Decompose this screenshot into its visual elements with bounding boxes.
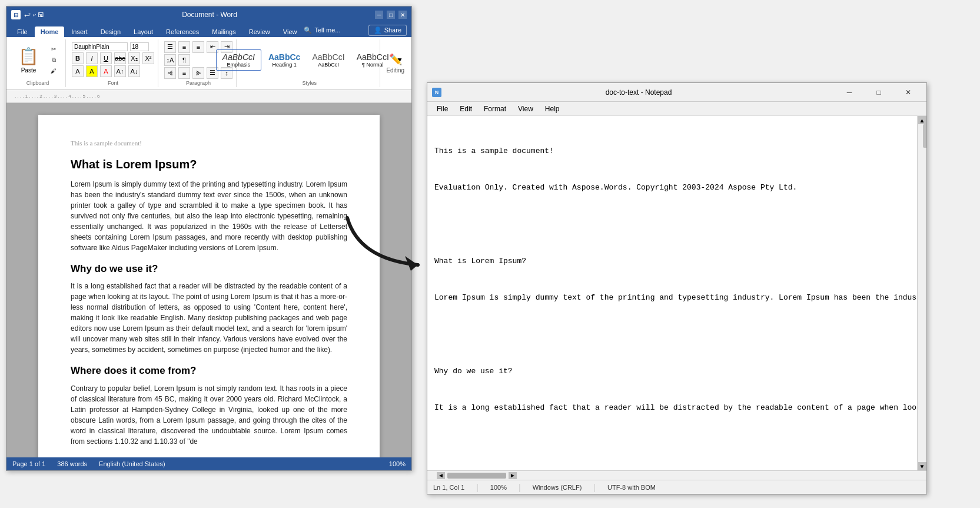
align-center-button[interactable]: ≡ — [178, 67, 190, 79]
word-statusbar: Page 1 of 1 386 words English (United St… — [6, 457, 411, 470]
doc-h1-lorem: What is Lorem Ipsum? — [71, 155, 347, 173]
italic-button[interactable]: I — [86, 52, 98, 64]
superscript-button[interactable]: X² — [142, 52, 154, 64]
sort-button[interactable]: ↕A — [164, 54, 176, 66]
word-quick-access: ⮐ ↩ 🖫 — [24, 11, 44, 18]
notepad-scrollbar-horizontal[interactable]: ◄ ► — [427, 470, 926, 480]
notepad-title: doc-to-text - Notepad — [446, 88, 831, 97]
notepad-menu-format[interactable]: Format — [479, 104, 511, 114]
increase-size-button[interactable]: A↑ — [114, 65, 126, 77]
tab-references[interactable]: References — [160, 26, 205, 37]
notepad-menubar: File Edit Format View Help — [427, 102, 926, 116]
style-emphasis[interactable]: AaBbCcI Emphasis — [216, 49, 261, 71]
decrease-size-button[interactable]: A↓ — [128, 65, 140, 77]
cut-icon: ✂ — [51, 46, 56, 52]
word-window: ⊟ ⮐ ↩ 🖫 Document - Word ─ □ ✕ File Home … — [6, 6, 412, 471]
aabbcc-preview: AaBbCcI — [312, 52, 344, 62]
doc-sample-text: This is a sample document! — [71, 138, 347, 148]
notepad-menu-view[interactable]: View — [513, 104, 538, 114]
notepad-line-6 — [434, 329, 910, 341]
scroll-down-button[interactable]: ▼ — [918, 462, 926, 470]
word-icon: ⊟ — [11, 10, 21, 19]
style-aabbcc[interactable]: AaBbCcI AaBbCcI — [307, 50, 349, 70]
scroll-thumb-h[interactable] — [447, 473, 506, 479]
notepad-zoom: 100% — [490, 484, 507, 491]
align-right-button[interactable]: ⫸ — [192, 67, 204, 79]
font-row2: B I U abc X₂ X² — [72, 52, 154, 64]
notepad-minimize-button[interactable]: ─ — [836, 84, 863, 101]
strikethrough-button[interactable]: abc — [114, 52, 126, 64]
highlight-button[interactable]: A — [86, 65, 98, 77]
notepad-line-2: Evaluation Only. Created with Aspose.Wor… — [434, 182, 910, 194]
search-icon: 🔍 — [304, 26, 312, 34]
editing-section: ✏️ Editing — [386, 53, 404, 74]
subscript-button[interactable]: X₂ — [128, 52, 140, 64]
doc-p3: Contrary to popular belief, Lorem Ipsum … — [71, 383, 347, 447]
bold-button[interactable]: B — [72, 52, 84, 64]
scroll-left-button[interactable]: ◄ — [437, 472, 445, 479]
copy-button[interactable]: ⧉ — [45, 55, 62, 65]
numbering-button[interactable]: ≡ — [178, 41, 190, 53]
notepad-scrollbar-vertical[interactable]: ▲ ▼ — [917, 116, 926, 470]
multilevel-button[interactable]: ≡ — [192, 41, 204, 53]
clipboard-label: Clipboard — [26, 79, 49, 86]
notepad-menu-file[interactable]: File — [432, 104, 453, 114]
paste-button[interactable]: 📋 Paste — [14, 44, 44, 76]
statusbar-sep1: | — [476, 483, 479, 492]
font-size-input[interactable] — [130, 42, 149, 51]
paragraph-label: Paragraph — [186, 79, 211, 86]
notepad-text-area[interactable]: This is a sample document! Evaluation On… — [427, 116, 917, 470]
text-effect-button[interactable]: A — [72, 65, 84, 77]
notepad-menu-help[interactable]: Help — [540, 104, 564, 114]
word-title: Document - Word — [44, 11, 375, 19]
notepad-close-button[interactable]: ✕ — [895, 84, 922, 101]
ribbon-group-styles: AaBbCcI Emphasis AaBbCc Heading 1 AaBbCc… — [239, 39, 380, 87]
style-heading1[interactable]: AaBbCc Heading 1 — [264, 50, 305, 70]
doc-p2: It is a long established fact that a rea… — [71, 281, 347, 355]
heading1-preview: AaBbCc — [268, 52, 300, 62]
font-row3: A A A A↑ A↓ — [72, 65, 154, 77]
editing-content: ✏️ Editing — [386, 41, 404, 86]
clipboard-content: 📋 Paste ✂ ⧉ 🖌 — [14, 41, 62, 79]
tab-home[interactable]: Home — [35, 26, 65, 37]
word-titlebar-left: ⊟ ⮐ ↩ 🖫 — [11, 10, 44, 19]
tab-file[interactable]: File — [11, 26, 34, 37]
underline-button[interactable]: U — [100, 52, 112, 64]
bullets-button[interactable]: ☰ — [164, 41, 176, 53]
word-close-button[interactable]: ✕ — [398, 11, 407, 19]
font-color-button[interactable]: A — [100, 65, 112, 77]
share-button[interactable]: 👤 Share — [368, 25, 407, 36]
tab-design[interactable]: Design — [95, 26, 127, 37]
format-painter-button[interactable]: 🖌 — [45, 67, 62, 75]
tab-view[interactable]: View — [277, 26, 303, 37]
statusbar-sep3: | — [593, 483, 596, 492]
font-label: Font — [108, 79, 118, 86]
ribbon-search[interactable]: 🔍 Tell me... — [304, 26, 340, 34]
scroll-thumb-v[interactable] — [923, 124, 927, 148]
word-minimize-button[interactable]: ─ — [375, 11, 383, 19]
tab-mailings[interactable]: Mailings — [206, 26, 241, 37]
word-ruler: . . . . 1 . . . . 2 . . . . 3 . . . . 4 … — [6, 90, 411, 103]
doc-p1: Lorem Ipsum is simply dummy text of the … — [71, 179, 347, 253]
notepad-encoding: Windows (CRLF) — [533, 484, 582, 491]
font-name-input[interactable] — [72, 42, 128, 51]
statusbar-sep2: | — [519, 483, 521, 492]
notepad-restore-button[interactable]: □ — [865, 84, 892, 101]
tab-insert[interactable]: Insert — [65, 26, 94, 37]
show-marks-button[interactable]: ¶ — [178, 54, 190, 66]
scroll-up-button[interactable]: ▲ — [918, 116, 926, 124]
doc-h2-why: Why do we use it? — [71, 261, 347, 277]
search-label: Tell me... — [314, 26, 340, 34]
scroll-right-button[interactable]: ► — [509, 472, 517, 479]
cut-button[interactable]: ✂ — [45, 45, 62, 54]
tab-layout[interactable]: Layout — [128, 26, 159, 37]
align-left-button[interactable]: ⫷ — [164, 67, 176, 79]
word-ribbon-tabs: File Home Insert Design Layout Reference… — [6, 23, 411, 37]
tab-review[interactable]: Review — [243, 26, 276, 37]
notepad-line-3 — [434, 218, 910, 231]
doc-h3-where: Where does it come from? — [71, 363, 347, 378]
notepad-line-4: What is Lorem Ipsum? — [434, 255, 910, 268]
notepad-menu-edit[interactable]: Edit — [455, 104, 477, 114]
word-restore-button[interactable]: □ — [387, 11, 395, 19]
notepad-line-7: Why do we use it? — [434, 366, 910, 378]
